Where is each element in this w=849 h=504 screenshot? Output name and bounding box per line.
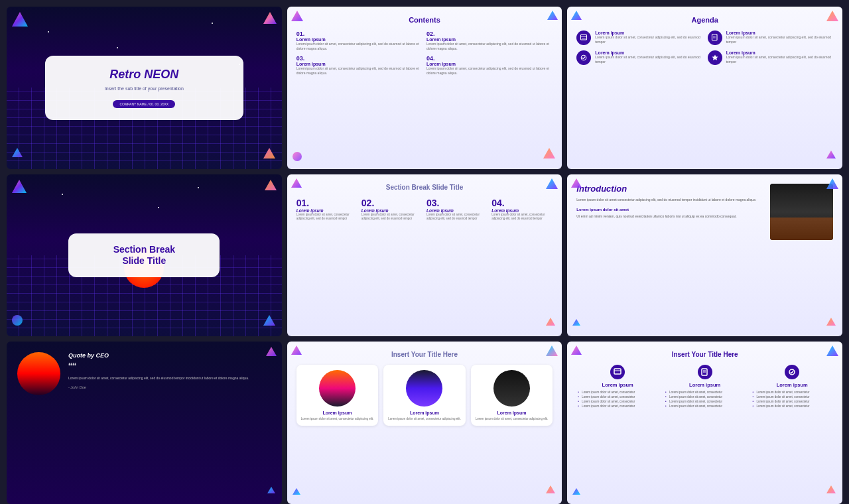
svg-marker-10 [826,151,836,158]
slide6-quote-text: Ut enim ad minim veniam, quis nostrud ex… [576,214,763,220]
num-1: 01. [296,198,358,208]
content-item-4: 04. Lorem ipsum Lorem ipsum dolor sit am… [426,55,553,76]
col-title-1: Lorem ipsum [602,382,633,388]
svg-marker-26 [826,178,838,189]
slide6-image [770,184,833,240]
card-title-2: Lorem ipsum [383,410,466,415]
svg-marker-36 [826,346,838,356]
slide-7: Quote by CEO ““ Lorem ipsum dolor sit am… [7,342,282,504]
content-item-1: 01. Lorem ipsum Lorem ipsum dolor sit am… [296,31,423,51]
num-title-3: Lorem ipsum [426,208,488,213]
slide4-content-box: Section BreakSlide Title [68,233,220,277]
card-text-1: Lorem ipsum dolor sit amet, consectetur … [296,417,379,421]
slide9-title: Insert Your Title Here [576,351,833,358]
agenda-text-1: Lorem ipsum dolor sit amet, consectetur … [595,35,702,44]
col-item-2-1: Lorem ipsum dolor sit amet, consectetur [664,391,746,395]
slide1-content-box: Retro NEON Insert the sub title of your … [45,56,243,120]
agenda-item-2: Lorem ipsum Lorem ipsum dolor sit amet, … [708,31,833,45]
col-item-1-1: Lorem ipsum dolor sit amet, consectetur [576,391,659,395]
slide3-title: Agenda [576,16,833,24]
svg-marker-38 [572,488,580,495]
numbered-item-3: 03. Lorem ipsum Lorem ipsum dolor sit am… [426,198,488,221]
slide7-author: - John Doe [68,385,271,389]
content-num-2: 02. [426,31,553,37]
num-2: 02. [361,198,423,208]
slide-9: Insert Your Title Here Lorem ipsum Lorem… [567,342,842,504]
col-title-3: Lorem ipsum [777,382,808,388]
svg-marker-32 [546,346,558,356]
agenda-title-1: Lorem ipsum [595,31,702,35]
slide1-company[interactable]: COMPANY NAME / 00. 00. 20XX [113,100,175,108]
slides-grid: Retro NEON Insert the sub title of your … [7,7,842,504]
card-3: Lorem ipsum Lorem ipsum dolor sit amet, … [471,365,553,425]
svg-marker-33 [546,485,555,493]
content-text-4: Lorem ipsum dolor sit amet, consectetur … [426,66,553,76]
num-text-4: Lorem ipsum dolor sit amet, consectetur … [491,213,553,221]
slide6-quote-title: Lorem ipsum dolor sit amet [576,208,763,212]
slide-6: Introduction Lorem ipsum dolor sit amet … [567,174,842,337]
list-col-2: Lorem ipsum Lorem ipsum dolor sit amet, … [664,365,746,409]
slide-1[interactable]: Retro NEON Insert the sub title of your … [7,7,282,169]
content-num-3: 03. [296,55,423,62]
agenda-icon-3 [576,50,591,65]
content-title-4: Lorem ipsum [426,62,553,66]
num-text-1: Lorem ipsum dolor sit amet, consectetur … [296,213,358,221]
col-item-2-3: Lorem ipsum dolor sit amet, consectetur [664,400,746,405]
svg-marker-2 [12,148,23,157]
slide6-title: Introduction [576,184,763,194]
numbered-item-1: 01. Lorem ipsum Lorem ipsum dolor sit am… [296,198,358,221]
numbered-item-4: 04. Lorem ipsum Lorem ipsum dolor sit am… [491,198,553,221]
agenda-title-4: Lorem ipsum [726,50,833,55]
num-text-3: Lorem ipsum dolor sit amet, consectetur … [426,213,488,221]
svg-marker-8 [571,11,582,20]
agenda-title-2: Lorem ipsum [726,31,833,35]
content-num-4: 04. [426,55,553,62]
card-text-2: Lorem ipsum dolor sit amet, consectetur … [383,417,466,421]
col-title-2: Lorem ipsum [689,382,720,388]
slide8-cards: Lorem ipsum Lorem ipsum dolor sit amet, … [296,365,553,425]
svg-marker-25 [571,178,582,188]
svg-marker-3 [263,148,275,158]
num-title-4: Lorem ipsum [491,208,553,213]
slide7-title: Quote by CEO [68,352,271,359]
svg-point-7 [293,152,302,161]
agenda-text-2: Lorem ipsum dolor sit amet, consectetur … [726,35,833,44]
svg-rect-39 [614,369,621,374]
content-item-3: 03. Lorem ipsum Lorem ipsum dolor sit am… [296,55,423,76]
slide-4[interactable]: Section BreakSlide Title [7,174,282,337]
svg-marker-22 [291,178,302,188]
card-img-3 [493,370,530,407]
num-title-2: Lorem ipsum [361,208,423,213]
col-item-3-2: Lorem ipsum dolor sit amet, consectetur [751,395,833,400]
numbered-item-2: 02. Lorem ipsum Lorem ipsum dolor sit am… [361,198,423,221]
slide5-items: 01. Lorem ipsum Lorem ipsum dolor sit am… [296,198,553,221]
svg-marker-21 [263,315,275,326]
agenda-item-3: Lorem ipsum Lorem ipsum dolor sit amet, … [576,50,702,65]
col-item-3-3: Lorem ipsum dolor sit amet, consectetur [751,400,833,405]
svg-marker-30 [267,487,275,493]
svg-rect-14 [712,34,717,40]
agenda-icon-1 [576,31,591,45]
card-text-3: Lorem ipsum dolor sit amet, consectetur … [471,417,553,421]
slide7-avatar [17,352,60,395]
svg-marker-1 [263,12,277,24]
card-title-1: Lorem ipsum [296,410,379,415]
slide7-quote-text: Lorem ipsum dolor sit amet, consectetur … [68,376,271,381]
slide1-subtitle: Insert the sub title of your presentatio… [61,86,228,91]
num-title-1: Lorem ipsum [296,208,358,213]
svg-marker-24 [546,318,555,326]
content-text-3: Lorem ipsum dolor sit amet, consectetur … [296,66,423,76]
svg-marker-29 [266,347,277,356]
col-item-1-2: Lorem ipsum dolor sit amet, consectetur [576,395,659,400]
card-img-2 [406,370,442,407]
slide6-left: Introduction Lorem ipsum dolor sit amet … [576,184,763,328]
slide-3: Agenda Lorem ipsum Lorem ipsum dolor sit… [567,7,842,169]
num-text-2: Lorem ipsum dolor sit amet, consectetur … [361,213,423,221]
slide7-quote-content: Quote by CEO ““ Lorem ipsum dolor sit am… [68,352,271,389]
svg-marker-19 [265,180,277,190]
agenda-text-3: Lorem ipsum dolor sit amet, consectetur … [595,55,702,64]
num-4: 04. [491,198,553,208]
svg-marker-34 [293,488,300,495]
agenda-icon-4 [708,50,722,65]
slide2-contents: 01. Lorem ipsum Lorem ipsum dolor sit am… [296,31,553,76]
